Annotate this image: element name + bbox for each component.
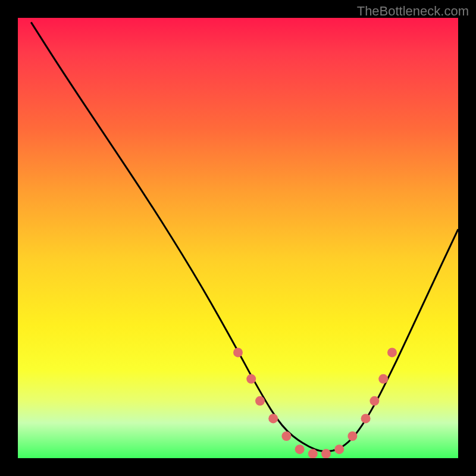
marker-dot — [308, 449, 318, 458]
marker-dot — [369, 396, 379, 406]
marker-dot — [361, 414, 371, 423]
marker-group — [233, 347, 397, 458]
marker-dot — [347, 431, 357, 441]
marker-dot — [255, 396, 265, 406]
marker-dot — [295, 444, 305, 454]
marker-dot — [321, 449, 331, 458]
marker-dot — [268, 414, 278, 423]
marker-dot — [246, 374, 256, 384]
marker-dot — [334, 444, 344, 454]
marker-dot — [378, 374, 388, 384]
marker-dot — [387, 347, 397, 357]
marker-dot — [281, 431, 291, 441]
chart-plot-area — [18, 18, 458, 458]
chart-svg — [18, 18, 458, 458]
marker-dot — [233, 347, 243, 357]
bottleneck-curve — [31, 22, 458, 452]
watermark-text: TheBottleneck.com — [357, 4, 469, 19]
curve-group — [31, 22, 458, 452]
